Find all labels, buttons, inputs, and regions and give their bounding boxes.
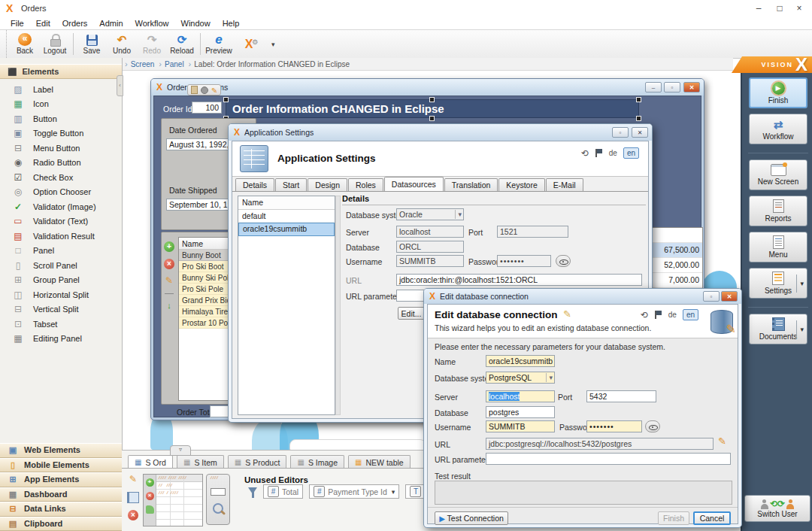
filter-funnel-icon[interactable]: [248, 487, 257, 494]
notes-icon[interactable]: [127, 492, 139, 503]
dialog-close-button[interactable]: ✕: [721, 291, 738, 302]
add-row-icon[interactable]: [164, 241, 174, 252]
toolbar-button[interactable]: Undo: [107, 30, 137, 58]
datasource-row[interactable]: oracle19csummitb: [238, 223, 335, 236]
palette-element[interactable]: Validation Result: [0, 229, 122, 244]
settings-tab[interactable]: Details: [235, 178, 274, 191]
bottom-tab[interactable]: ▦ NEW table: [348, 455, 411, 469]
port-field[interactable]: 5432: [586, 390, 656, 402]
toolbar-button[interactable]: Back: [10, 30, 40, 58]
palette-element[interactable]: Check Box: [0, 170, 122, 185]
toolbar-drag-handle[interactable]: [0, 30, 7, 58]
username-field[interactable]: SUMMITB: [396, 255, 464, 267]
database-field[interactable]: postgres: [486, 406, 555, 418]
menu-item[interactable]: File: [5, 19, 30, 28]
toolbar-button[interactable]: Preview: [204, 30, 234, 58]
dialog-close-button[interactable]: ✕: [632, 127, 648, 138]
language-flag-icon[interactable]: [595, 149, 603, 157]
sidebar-action-button[interactable]: Workflow: [749, 114, 807, 144]
palette-element[interactable]: Validator (Image): [0, 199, 122, 214]
color-tool-icon[interactable]: [201, 86, 208, 94]
price-row[interactable]: 7,000.00: [650, 273, 702, 288]
orders-window-titlebar[interactable]: X Orders and Items: [151, 79, 704, 96]
menu-item[interactable]: Orders: [56, 19, 94, 28]
sidebar-section-header[interactable]: Data Links: [0, 502, 122, 517]
dialog-maximize-button[interactable]: ▫: [612, 127, 629, 138]
window-close-button[interactable]: ✕: [683, 82, 700, 93]
show-password-button[interactable]: [556, 255, 571, 267]
menu-item[interactable]: Admin: [93, 19, 129, 28]
delete-tool-icon[interactable]: [191, 86, 198, 94]
close-button[interactable]: ×: [789, 2, 809, 15]
language-flag-icon[interactable]: [654, 311, 662, 319]
sidebar-section-header[interactable]: Dashboard: [0, 487, 122, 502]
settings-tab[interactable]: Roles: [348, 178, 383, 191]
edit-row-icon[interactable]: [128, 475, 138, 485]
toolbar-button[interactable]: Redo: [137, 30, 167, 58]
sidebar-action-button[interactable]: Reports: [749, 196, 807, 226]
palette-element[interactable]: Editing Panel: [0, 332, 122, 347]
url-parameter-field[interactable]: [486, 453, 731, 465]
settings-tab[interactable]: Design: [308, 178, 347, 191]
menu-item[interactable]: Window: [175, 19, 217, 28]
edit-tool-icon[interactable]: [211, 86, 217, 95]
window-minimize-button[interactable]: –: [645, 82, 662, 93]
palette-element[interactable]: Icon: [0, 97, 122, 112]
order-id-field[interactable]: 100: [192, 102, 222, 114]
settings-tab[interactable]: Translation: [444, 178, 498, 191]
price-row[interactable]: [650, 228, 702, 243]
palette-element[interactable]: Radio Button: [0, 156, 122, 171]
history-icon[interactable]: [581, 148, 589, 159]
edit-row-icon[interactable]: [164, 276, 174, 287]
cancel-button[interactable]: Cancel: [693, 511, 731, 525]
port-field[interactable]: 1521: [497, 226, 568, 238]
panel-collapse-handle[interactable]: ▿: [170, 445, 191, 456]
export-icon[interactable]: [164, 301, 174, 311]
toolbar-button[interactable]: [234, 30, 264, 58]
sidebar-action-button[interactable]: Finish: [749, 77, 807, 108]
palette-element[interactable]: Group Panel: [0, 273, 122, 288]
delete-row-icon[interactable]: [128, 510, 138, 520]
server-field[interactable]: localhost: [486, 390, 555, 402]
url-field[interactable]: jdbc:oracle:thin:@localhost:1521:ORCL: [396, 274, 642, 286]
palette-element[interactable]: Vertical Split: [0, 302, 122, 317]
dialog-titlebar[interactable]: X Application Settings: [229, 124, 652, 141]
toolbar-button[interactable]: Reload: [167, 30, 197, 58]
toolbar-dropdown-arrow[interactable]: ▾: [271, 41, 275, 48]
datasource-list-header[interactable]: Name: [238, 196, 335, 210]
palette-element[interactable]: Label: [0, 82, 122, 97]
palette-element[interactable]: Panel: [0, 244, 122, 259]
sidebar-action-button[interactable]: Documents: [749, 314, 807, 344]
price-row[interactable]: 67,500.00: [650, 243, 702, 258]
sidebar-action-button[interactable]: New Screen: [749, 159, 807, 190]
test-connection-button[interactable]: ▶ Test Connection: [435, 511, 508, 525]
palette-element[interactable]: Menu Button: [0, 141, 122, 156]
url-field[interactable]: jdbc:postgresql://localhost:5432/postgre…: [486, 438, 714, 450]
sidebar-section-header[interactable]: Mobile Elements: [0, 458, 122, 473]
dialog-titlebar[interactable]: X Edit database connection: [424, 289, 741, 304]
password-field[interactable]: •••••••: [497, 255, 551, 267]
palette-element[interactable]: Horizontal Split: [0, 287, 122, 302]
unused-editor-chip[interactable]: # Total: [263, 484, 303, 499]
splitter[interactable]: [335, 196, 341, 415]
show-password-button[interactable]: [645, 420, 660, 432]
lang-en-button[interactable]: en: [623, 147, 639, 159]
bottom-tab[interactable]: ▦ S Ord: [128, 455, 173, 469]
database-system-select[interactable]: PostgreSQL: [486, 372, 555, 384]
palette-element[interactable]: Validator (Text): [0, 214, 122, 229]
settings-tab[interactable]: Start: [275, 178, 307, 191]
table-preview-widget[interactable]: //// //// //// // /// /// / ////: [143, 474, 203, 526]
database-field[interactable]: ORCL: [396, 241, 464, 253]
sidebar-action-button[interactable]: Settings: [749, 268, 807, 299]
sidebar-section-header[interactable]: Web Elements: [0, 443, 122, 458]
palette-element[interactable]: Tabset: [0, 317, 122, 332]
price-row[interactable]: 52,000.00: [650, 258, 702, 273]
breadcrumb-link[interactable]: Panel: [156, 59, 183, 68]
sidebar-section-header[interactable]: App Elements: [0, 472, 122, 487]
bottom-tab[interactable]: ▦ S Product: [228, 455, 287, 469]
delete-row-icon[interactable]: [164, 259, 174, 269]
toolbar-button[interactable]: Save: [77, 30, 107, 58]
elements-header[interactable]: Elements: [0, 64, 122, 79]
sidebar-section-header[interactable]: Clipboard: [0, 517, 122, 531]
bottom-tab[interactable]: ▦ S Image: [290, 455, 344, 469]
